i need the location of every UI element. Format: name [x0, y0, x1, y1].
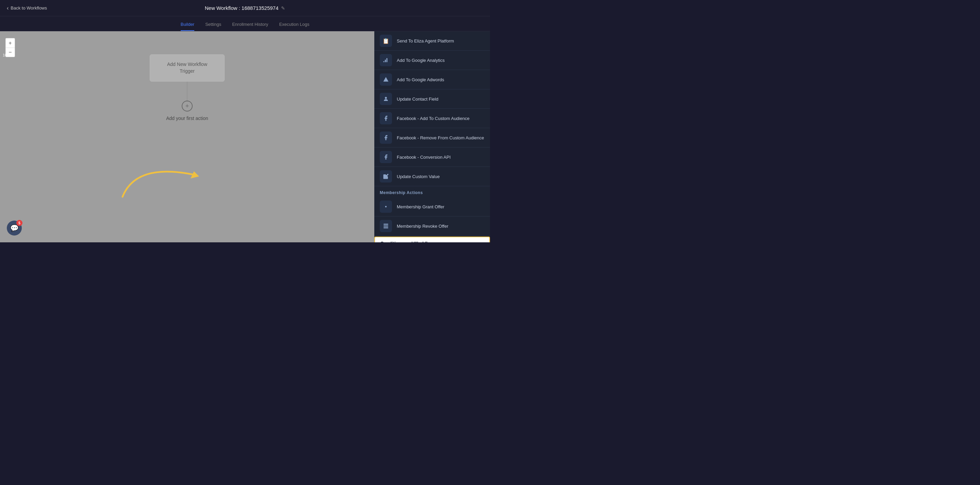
- connector-line: [187, 82, 188, 102]
- sidebar-item-conditions-workflow[interactable]: Conditions and Workflow: [374, 236, 490, 242]
- main-layout: + − 100% Add New WorkflowTrigger + Add y…: [0, 31, 490, 242]
- sidebar-item-update-contact-field[interactable]: Update Contact Field: [374, 89, 490, 109]
- sidebar-item-membership-revoke[interactable]: Membership Revoke Offer: [374, 217, 490, 236]
- sidebar-item-facebook-remove-audience[interactable]: Facebook - Remove From Custom Audience: [374, 128, 490, 147]
- chat-badge: 5: [16, 220, 22, 226]
- svg-rect-8: [383, 226, 388, 227]
- zoom-out-button[interactable]: −: [5, 48, 15, 57]
- chat-widget-button[interactable]: 💬 5: [7, 220, 22, 236]
- google-analytics-icon: [380, 54, 392, 66]
- sidebar-item-membership-grant[interactable]: Membership Grant Offer: [374, 197, 490, 217]
- svg-point-6: [385, 206, 387, 208]
- edit-title-icon[interactable]: ✎: [281, 5, 285, 11]
- svg-point-5: [385, 97, 387, 99]
- back-label: Back to Workflows: [11, 5, 47, 11]
- sidebar-item-add-google-analytics[interactable]: Add To Google Analytics: [374, 51, 490, 70]
- membership-actions-header: Membership Actions: [374, 186, 490, 197]
- trigger-box-label: Add New WorkflowTrigger: [167, 61, 207, 74]
- zoom-in-button[interactable]: +: [5, 38, 15, 48]
- first-action-label: Add your first action: [166, 116, 208, 121]
- sidebar-item-facebook-add-audience[interactable]: Facebook - Add To Custom Audience: [374, 109, 490, 128]
- facebook-add-icon: [380, 112, 392, 124]
- sidebar-item-send-to-eliza[interactable]: 📋 Send To Eliza Agent Platform: [374, 31, 490, 51]
- svg-rect-2: [385, 60, 386, 63]
- add-action-button[interactable]: +: [182, 101, 192, 111]
- back-to-workflows-button[interactable]: ‹ Back to Workflows: [7, 5, 47, 11]
- svg-marker-4: [383, 77, 388, 82]
- back-arrow-icon: ‹: [7, 5, 8, 11]
- facebook-conversion-icon: [380, 151, 392, 163]
- google-adwords-icon: [380, 73, 392, 86]
- send-to-eliza-icon: 📋: [380, 35, 392, 47]
- workflow-title: New Workflow : 1688713525974 ✎: [205, 5, 285, 11]
- update-contact-icon: [380, 93, 392, 105]
- update-custom-value-icon: [380, 170, 392, 182]
- facebook-remove-icon: [380, 132, 392, 144]
- svg-rect-7: [383, 223, 388, 225]
- membership-revoke-icon: [380, 220, 392, 232]
- header: ‹ Back to Workflows New Workflow : 16887…: [0, 0, 490, 16]
- workflow-canvas[interactable]: + − 100% Add New WorkflowTrigger + Add y…: [0, 31, 374, 242]
- sidebar-item-facebook-conversion-api[interactable]: Facebook - Conversion API: [374, 147, 490, 167]
- svg-rect-3: [383, 61, 385, 62]
- sidebar-item-update-custom-value[interactable]: Update Custom Value: [374, 167, 490, 186]
- tab-execution-logs[interactable]: Execution Logs: [279, 22, 309, 31]
- action-sidebar: 📋 Send To Eliza Agent Platform Add To Go…: [374, 31, 490, 242]
- tab-builder[interactable]: Builder: [181, 22, 194, 31]
- tab-enrollment-history[interactable]: Enrollment History: [232, 22, 268, 31]
- sidebar-item-add-google-adwords[interactable]: Add To Google Adwords: [374, 70, 490, 89]
- arrow-annotation: [116, 149, 211, 205]
- svg-rect-1: [387, 58, 388, 62]
- zoom-controls: + −: [5, 38, 15, 57]
- tabs-bar: Builder Settings Enrollment History Exec…: [0, 16, 490, 31]
- tab-settings[interactable]: Settings: [205, 22, 221, 31]
- membership-grant-icon: [380, 201, 392, 213]
- workflow-trigger-box[interactable]: Add New WorkflowTrigger: [150, 54, 224, 82]
- svg-rect-9: [383, 227, 388, 228]
